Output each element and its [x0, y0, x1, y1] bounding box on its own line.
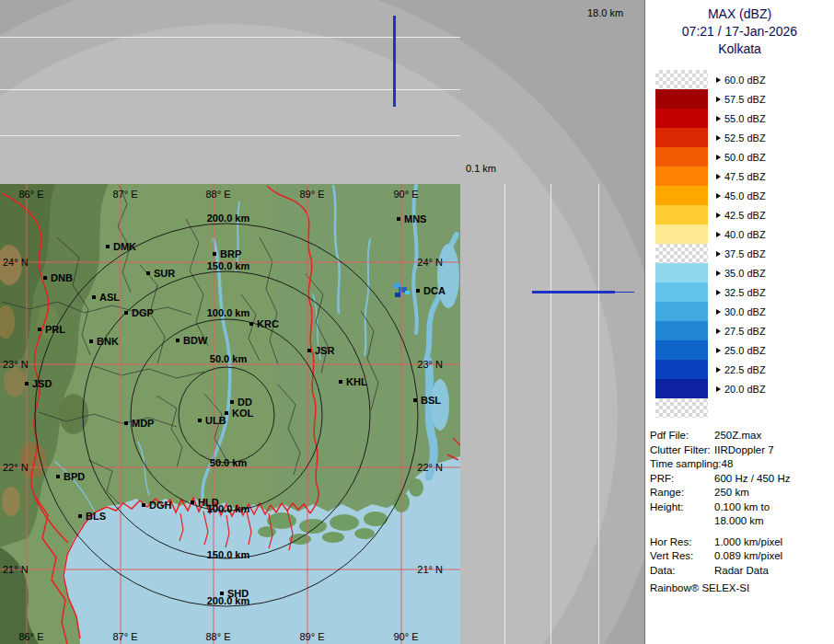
height-axis-min-label: 0.1 km: [466, 163, 496, 174]
height-gridline: [0, 135, 460, 136]
lon-label: 86° E: [18, 631, 43, 642]
city-label: KHL: [346, 376, 367, 387]
city-label: JSD: [32, 378, 52, 389]
metadata-row: Pdf File:250Z.max: [650, 429, 834, 443]
legend-label: 37.5 dBZ: [716, 248, 766, 259]
city-marker: [191, 500, 194, 504]
station-name: Kolkata: [645, 40, 834, 58]
city-marker: [43, 276, 47, 280]
metadata-value: 0.100 km to: [714, 500, 770, 515]
legend-row: 45.0 dBZ: [655, 186, 834, 205]
legend-row: 52.5 dBZ: [655, 128, 834, 147]
height-gridline: [504, 184, 505, 644]
legend-label: 27.5 dBZ: [716, 326, 766, 337]
legend-label: 22.5 dBZ: [716, 364, 766, 375]
city-marker: [176, 339, 180, 342]
city-label: BRP: [220, 248, 241, 259]
legend-label: 40.0 dBZ: [716, 229, 766, 240]
city-marker: [92, 295, 96, 299]
metadata-label: Height:: [650, 500, 714, 515]
lat-label: 24° N: [3, 257, 29, 268]
lon-label: 87° E: [112, 631, 137, 642]
city-label: PRL: [45, 324, 65, 335]
metadata-value: 250Z.max: [714, 429, 761, 443]
legend-row: [655, 398, 834, 418]
echo-side-projection: [532, 291, 615, 293]
range-ring-label: 50.0 km: [210, 353, 248, 364]
city-marker: [146, 271, 150, 275]
legend-label: 30.0 dBZ: [716, 306, 766, 317]
legend-tick-arrow-icon: [716, 135, 721, 141]
city-label: MNS: [404, 213, 426, 224]
metadata-row: Hor Res:1.000 km/pixel: [650, 535, 834, 550]
legend-label: 32.5 dBZ: [716, 287, 766, 298]
legend-swatch: [655, 398, 708, 418]
legend-swatch: [655, 340, 708, 360]
metadata-row: Range:250 km: [650, 486, 834, 500]
legend-row: 35.0 dBZ: [655, 263, 834, 282]
legend-swatch: [655, 224, 708, 244]
legend-tick-arrow-icon: [716, 251, 721, 257]
legend-label: 35.0 dBZ: [716, 268, 766, 279]
metadata-label: Range:: [650, 486, 714, 500]
range-ring-label: 50.0 km: [210, 457, 248, 468]
lat-label: 23° N: [417, 359, 443, 370]
legend-swatch: [655, 360, 708, 379]
legend-label: 60.0 dBZ: [716, 75, 766, 86]
product-datetime: 07:21 / 17-Jan-2026: [645, 23, 834, 40]
legend-swatch: [655, 186, 708, 205]
legend-swatch: [655, 147, 708, 167]
city-label: BDW: [183, 335, 208, 346]
legend-swatch: [655, 379, 708, 398]
city-marker: [397, 217, 400, 221]
metadata-label: Time sampling:48: [650, 457, 733, 472]
legend-row: 25.0 dBZ: [655, 340, 834, 360]
lon-label: 90° E: [393, 189, 418, 200]
software-brand: Rainbow® SELEX-SI: [650, 582, 834, 593]
city-label: BLS: [86, 511, 106, 522]
city-label: BSL: [421, 395, 441, 406]
legend-row: 37.5 dBZ: [655, 244, 834, 263]
metadata-value: 600 Hz / 450 Hz: [714, 472, 790, 487]
metadata-label: Clutter Filter:: [650, 443, 714, 458]
city-marker: [124, 421, 128, 425]
lat-label: 22° N: [417, 462, 443, 473]
city-label: JSR: [315, 345, 334, 356]
city-marker: [25, 382, 29, 385]
metadata-row: 18.000 km: [650, 514, 834, 529]
legend-swatch: [655, 167, 708, 186]
legend-tick-arrow-icon: [716, 174, 721, 179]
legend-label: 20.0 dBZ: [716, 384, 766, 395]
city-marker: [38, 328, 41, 331]
legend-tick-arrow-icon: [716, 116, 721, 121]
legend-label: 52.5 dBZ: [716, 132, 766, 144]
city-label: DGP: [132, 307, 154, 318]
lon-label: 86° E: [18, 189, 43, 200]
city-label: ULB: [205, 415, 226, 426]
metadata-row: Height:0.100 km to: [650, 500, 834, 515]
legend-label: 25.0 dBZ: [716, 345, 766, 356]
metadata-row: Data:Radar Data: [650, 564, 834, 579]
legend-row: 27.5 dBZ: [655, 321, 834, 340]
echo-top-projection: [393, 16, 396, 107]
height-gridline: [598, 184, 599, 644]
legend-swatch: [655, 244, 708, 263]
legend-tick-arrow-icon: [716, 386, 721, 392]
legend-tick-arrow-icon: [716, 348, 721, 353]
legend-row: 40.0 dBZ: [655, 224, 834, 244]
lon-label: 89° E: [299, 631, 324, 642]
city-label: BPD: [64, 471, 85, 482]
city-marker: [106, 245, 110, 248]
range-ring-label: 200.0 km: [207, 595, 250, 606]
legend-row: 32.5 dBZ: [655, 282, 834, 302]
lat-label: 22° N: [3, 462, 29, 473]
legend-row: 30.0 dBZ: [655, 302, 834, 321]
metadata-label: Data:: [650, 564, 714, 579]
legend-swatch: [655, 89, 708, 109]
city-label: ASL: [99, 292, 120, 303]
legend-tick-arrow-icon: [716, 232, 721, 237]
legend-tick-arrow-icon: [716, 270, 721, 276]
city-marker: [416, 289, 420, 293]
metadata-value: IIRDoppler 7: [714, 443, 774, 458]
metadata-value: 250 km: [714, 486, 749, 500]
